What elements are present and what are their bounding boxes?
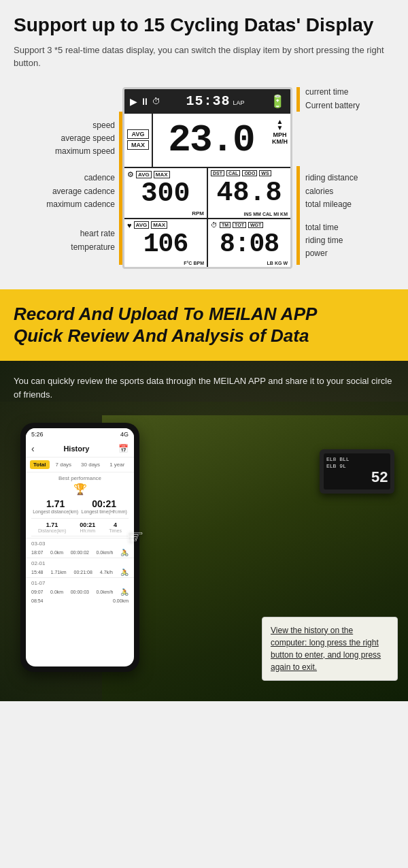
activity-3-time: 09:07 xyxy=(31,590,44,594)
pause-icon: ⏸ xyxy=(140,96,150,107)
speed-unit-col: ▲ ▼ MPH KM/H xyxy=(269,114,290,167)
activity-2-dist: 1.71km xyxy=(51,570,67,575)
time-units: LB KG W xyxy=(208,259,290,267)
tab-total[interactable]: Total xyxy=(30,460,50,469)
phone-signal: 4G xyxy=(120,431,129,438)
phone-data-times: 4 Times xyxy=(109,521,122,533)
hand-cursor-icon: ☞ xyxy=(126,524,144,548)
phone-trophy-icon: 🏆 xyxy=(26,483,134,496)
phone-stat-time-label: Longest time(Hh:mm) xyxy=(82,509,127,514)
distance-top-labels: DST CAL ODO WS xyxy=(208,168,290,176)
label-avg-cadence: average cadence xyxy=(52,185,115,198)
phone-back-button[interactable]: ‹ xyxy=(31,443,35,454)
speed-avg-max-labels: AVG MAX xyxy=(124,114,153,167)
device-speed-section: AVG MAX 23.0 ▲ ▼ MPH KM/H xyxy=(124,114,290,168)
label-riding-time: riding time xyxy=(305,234,343,247)
time-top-labels: ⏱ TM TOT WGT xyxy=(208,219,290,229)
hr-avg-label: AVG xyxy=(134,221,150,229)
section1-subtitle: Support 3 *5 real-time datas display, yo… xyxy=(14,44,394,70)
device-bike-big-num: 52 xyxy=(326,470,388,487)
right-labels: current time Current battery riding dist… xyxy=(292,87,367,269)
time-value: 8:08 xyxy=(208,229,290,259)
activity-2-time: 15:48 xyxy=(31,570,44,575)
device-top-bar: ▶ ⏸ ⏱ 15:38 LAP 🔋 xyxy=(124,89,290,114)
phone-activity-2: 15:48 1.71km 00:21:08 4.7k/h 🚴 xyxy=(26,567,134,577)
phone-divider-1 xyxy=(31,518,129,519)
activity-2-speed: 4.7k/h xyxy=(100,570,113,575)
section3: You can quickly review the sports data t… xyxy=(0,361,408,701)
device-bottom-section: ♥ AVG MAX 106 F°C BPM ⏱ TM TOT W xyxy=(124,219,290,267)
phone-tabs: Total 7 days 30 days 1 year xyxy=(26,457,134,472)
tab-7days[interactable]: 7 days xyxy=(52,460,75,469)
section3-subtitle: You can quickly review the sports data t… xyxy=(14,374,394,403)
speed-unit-mph: MPH xyxy=(273,131,287,139)
phone-data-time: 00:21 Hh:mm xyxy=(80,521,95,533)
speed-value: 23.0 xyxy=(153,114,269,167)
heart-icon: ♥ xyxy=(127,221,132,229)
section2: Record And Upload To MEILAN APP Quick Re… xyxy=(0,289,408,361)
device-bike-row1: EL8 BLL xyxy=(326,456,388,462)
distance-panel: DST CAL ODO WS 48.8 INS MM CAL MI KM xyxy=(208,168,290,218)
data-time-sub: Hh:mm xyxy=(80,528,95,533)
data-times-sub: Times xyxy=(109,528,122,533)
data-times-val: 4 xyxy=(109,521,122,528)
max-label: MAX xyxy=(127,140,149,150)
time-panel: ⏱ TM TOT WGT 8:08 LB KG W xyxy=(208,219,290,267)
tab-1year[interactable]: 1 year xyxy=(106,460,128,469)
phone-stat-time-val: 00:21 xyxy=(82,498,127,509)
activity-4-dist: 0.00km xyxy=(113,598,129,603)
phone-activity-4: 08:54 0.00km xyxy=(26,597,134,605)
info-box-text: View the history on the computer: long p… xyxy=(271,624,389,673)
diagram-wrapper: speed average speed maximum speed cadenc… xyxy=(14,87,394,269)
label-power: power xyxy=(305,247,343,260)
device-playback-icons: ▶ ⏸ ⏱ xyxy=(130,96,160,107)
phone-time: 5:26 xyxy=(31,431,44,438)
cadence-avg-label: AVG xyxy=(136,171,152,178)
phone-stat-dist-label: Longest distance(km) xyxy=(33,509,78,514)
phone-stat-dist-val: 1.71 xyxy=(33,498,78,509)
label-speed: speed xyxy=(92,119,115,132)
label-max-speed: maximum speed xyxy=(55,145,115,158)
section2-title: Record And Upload To MEILAN APP Quick Re… xyxy=(14,303,394,347)
speed-unit-kmh: KM/H xyxy=(272,138,288,146)
phone-best-performance-label: Best performance xyxy=(26,472,134,483)
device-time-display: 15:38 xyxy=(186,93,230,109)
left-labels: speed average speed maximum speed cadenc… xyxy=(41,87,122,269)
activity-3-speed: 0.0km/h xyxy=(97,590,114,594)
device-screen: ▶ ⏸ ⏱ 15:38 LAP 🔋 AVG MAX 23.0 ▲ xyxy=(122,87,292,269)
distance-value: 48.8 xyxy=(208,176,290,210)
time-icon: ⏱ xyxy=(211,221,218,229)
label-max-cadence: maximum cadence xyxy=(46,198,115,211)
heartrate-units: F°C BPM xyxy=(124,259,207,267)
tab-30days[interactable]: 30 days xyxy=(78,460,103,469)
data-time-val: 00:21 xyxy=(80,521,95,528)
phone-mockup: 5:26 4G ‹ History 📅 Total 7 days 30 days… xyxy=(20,423,139,672)
info-box: View the history on the computer: long p… xyxy=(262,617,398,681)
phone-calendar-icon[interactable]: 📅 xyxy=(118,444,129,453)
phone-data-dist: 1.71 Distance(km) xyxy=(38,521,66,533)
phone-date-3: 01-07 xyxy=(26,577,134,587)
data-dist-val: 1.71 xyxy=(38,521,66,528)
activity-1-icon: 🚴 xyxy=(120,549,129,556)
cadence-value: 300 xyxy=(124,179,207,209)
activity-2-icon: 🚴 xyxy=(120,568,129,576)
section1-title: Support up to 15 Cycling Datas' Display xyxy=(14,14,394,37)
cal-label: CAL xyxy=(226,170,240,176)
label-current-battery: Current battery xyxy=(305,99,360,112)
heartrate-top-labels: ♥ AVG MAX xyxy=(124,219,207,229)
activity-2-dur: 00:21:08 xyxy=(74,570,92,575)
odo-label: ODO xyxy=(242,170,257,176)
phone-activity-1: 18:07 0.0km 00:00:02 0.0km/h 🚴 xyxy=(26,547,134,558)
heartrate-value: 106 xyxy=(124,229,207,259)
activity-1-dist: 0.0km xyxy=(50,550,63,555)
ws-label: WS xyxy=(259,170,271,176)
device-on-bike: EL8 BLL ELB 9L 52 xyxy=(320,449,394,494)
device-bike-row2: ELB 9L xyxy=(326,463,388,469)
label-heartrate: heart rate xyxy=(80,227,115,240)
activity-1-time: 18:07 xyxy=(31,550,44,555)
phone-data-row: 1.71 Distance(km) 00:21 Hh:mm 4 Times xyxy=(26,520,134,534)
cadence-max-label: MAX xyxy=(154,171,170,178)
activity-3-icon: 🚴 xyxy=(120,588,129,596)
distance-units: INS MM CAL MI KM xyxy=(208,210,290,218)
cadence-unit: RPM xyxy=(124,209,207,218)
